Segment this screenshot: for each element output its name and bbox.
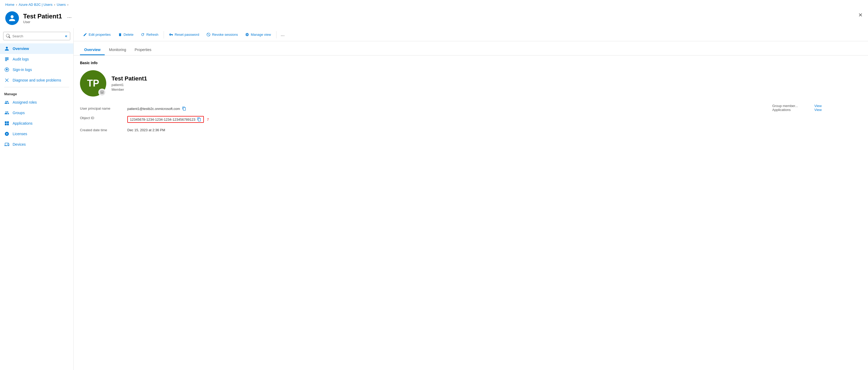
sidebar-item-assigned-roles-label: Assigned roles (12, 100, 37, 104)
svg-rect-10 (5, 124, 7, 125)
signin-icon (4, 67, 9, 72)
header-ellipsis-button[interactable]: ... (67, 13, 72, 19)
user-id-text: patient1 (112, 83, 147, 87)
header-avatar-icon (5, 11, 19, 25)
key-icon (169, 33, 173, 36)
reset-password-button[interactable]: Reset password (166, 31, 202, 38)
object-id-value: 12345678-1234-1234-1234-123456789123 7 (127, 116, 209, 123)
sessions-icon (207, 33, 210, 36)
camera-icon (100, 90, 104, 94)
refresh-button[interactable]: Refresh (137, 31, 161, 38)
sidebar-item-groups-label: Groups (12, 111, 25, 115)
applications-view-value: View (814, 108, 822, 112)
user-principal-name-row: User principal name patient1@testb2c.onm… (80, 104, 762, 113)
breadcrumb-home[interactable]: Home (5, 3, 14, 7)
pencil-icon (83, 33, 87, 36)
copy-object-id-button[interactable] (197, 117, 201, 122)
tab-properties[interactable]: Properties (130, 45, 156, 55)
roles-icon (4, 100, 9, 105)
applications-label: Applications (772, 108, 809, 112)
info-right-column: Group member... View Applications View (762, 104, 862, 135)
header-subtitle: User (23, 20, 71, 24)
sidebar-item-applications[interactable]: Applications (0, 118, 73, 129)
sidebar-item-sign-in-logs-label: Sign-in logs (12, 68, 32, 72)
sidebar-item-devices[interactable]: Devices (0, 139, 73, 150)
object-id-row: Object ID 12345678-1234-1234-1234-123456… (80, 113, 762, 125)
sidebar-item-audit-logs-label: Audit logs (12, 57, 29, 61)
group-member-view-link[interactable]: View (814, 104, 822, 108)
user-role-text: Member (112, 88, 147, 92)
tab-overview[interactable]: Overview (80, 45, 105, 55)
svg-rect-0 (5, 57, 9, 58)
info-left-column: User principal name patient1@testb2c.onm… (80, 104, 762, 135)
svg-rect-3 (5, 60, 7, 61)
section-title-basic-info: Basic info (80, 61, 862, 65)
search-input[interactable] (12, 34, 63, 38)
created-date-row: Created date time Dec 15, 2023 at 2:36 P… (80, 125, 762, 135)
sidebar-item-diagnose[interactable]: Diagnose and solve problems (0, 75, 73, 86)
overview-content: Basic info TP Test Patient1 patient1 (74, 56, 868, 140)
sidebar-item-licenses[interactable]: Licenses (0, 129, 73, 139)
created-date-label: Created date time (80, 128, 122, 132)
sidebar: « Overview (0, 28, 74, 370)
manage-view-button[interactable]: Manage view (242, 31, 274, 38)
devices-icon (4, 142, 9, 147)
sidebar-divider (4, 87, 69, 87)
group-member-label: Group member... (772, 104, 809, 108)
sidebar-item-audit-logs[interactable]: Audit logs (0, 54, 73, 64)
sidebar-item-sign-in-logs[interactable]: Sign-in logs (0, 64, 73, 75)
sidebar-item-groups[interactable]: Groups (0, 107, 73, 118)
breadcrumb-azure-ad[interactable]: Azure AD B2C | Users (19, 3, 52, 7)
delete-button[interactable]: Delete (115, 31, 137, 38)
audit-icon (4, 57, 9, 62)
svg-rect-1 (5, 58, 9, 59)
sidebar-item-devices-label: Devices (12, 142, 26, 147)
group-member-row: Group member... View (772, 104, 862, 108)
user-profile-row: TP Test Patient1 patient1 Member (80, 70, 862, 96)
content-area: Edit properties Delete Refresh (74, 28, 868, 370)
sidebar-section-manage: Manage (0, 89, 73, 97)
copy-upn-button[interactable] (182, 106, 186, 111)
info-columns: User principal name patient1@testb2c.onm… (80, 104, 862, 135)
applications-view-link[interactable]: View (814, 108, 822, 112)
svg-rect-2 (5, 59, 9, 60)
user-display-name: Test Patient1 (112, 75, 147, 82)
sidebar-item-applications-label: Applications (12, 121, 33, 125)
gear-icon (245, 33, 249, 36)
object-id-number: 7 (207, 118, 209, 122)
tab-monitoring[interactable]: Monitoring (105, 45, 130, 55)
user-icon (4, 46, 9, 51)
sidebar-item-assigned-roles[interactable]: Assigned roles (0, 97, 73, 107)
edit-properties-button[interactable]: Edit properties (80, 31, 114, 38)
object-id-box: 12345678-1234-1234-1234-123456789123 (127, 116, 204, 123)
user-principal-name-label: User principal name (80, 106, 122, 111)
change-photo-button[interactable] (98, 89, 106, 96)
object-id-label: Object ID (80, 116, 122, 120)
user-avatar: TP (80, 70, 106, 96)
svg-line-13 (207, 33, 210, 36)
collapse-sidebar-button[interactable]: « (65, 34, 67, 38)
svg-rect-8 (5, 122, 7, 123)
breadcrumb-users[interactable]: Users (57, 3, 66, 7)
applications-row: Applications View (772, 108, 862, 112)
close-button[interactable]: ✕ (858, 12, 863, 18)
search-icon (6, 34, 10, 38)
licenses-icon (4, 131, 9, 136)
refresh-icon (141, 33, 145, 36)
diagnose-icon (4, 78, 9, 83)
page-title: Test Patient1 (23, 12, 62, 20)
tabs: Overview Monitoring Properties (74, 41, 868, 56)
page-header: Test Patient1 ... User ✕ (0, 9, 868, 28)
sidebar-item-diagnose-label: Diagnose and solve problems (12, 78, 61, 82)
trash-icon (118, 33, 122, 36)
sidebar-item-overview[interactable]: Overview (0, 43, 73, 54)
breadcrumb: Home › Azure AD B2C | Users › Users › (0, 0, 868, 9)
group-member-view-value: View (814, 104, 822, 108)
search-box[interactable]: « (3, 32, 70, 40)
user-principal-name-value: patient1@testb2c.onmicrosoft.com (127, 106, 186, 111)
toolbar-more-button[interactable]: ... (279, 31, 287, 38)
svg-rect-11 (7, 124, 9, 125)
revoke-sessions-button[interactable]: Revoke sessions (203, 31, 241, 38)
toolbar: Edit properties Delete Refresh (74, 28, 868, 41)
created-date-value: Dec 15, 2023 at 2:36 PM (127, 128, 165, 132)
